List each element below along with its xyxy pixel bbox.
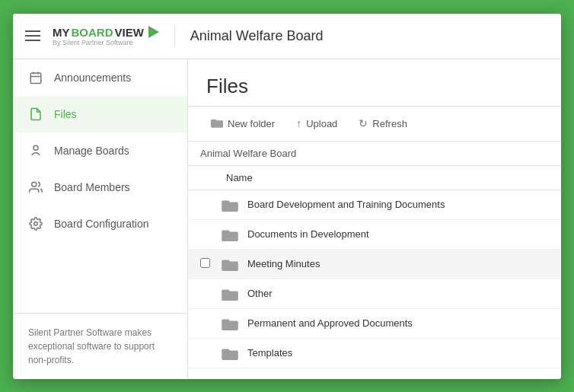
- table-row[interactable]: Other: [188, 279, 561, 309]
- logo-tagline: By Silent Partner Software: [53, 39, 133, 46]
- new-folder-label: New folder: [228, 118, 275, 129]
- file-name: Meeting Minutes: [247, 258, 320, 269]
- sidebar-label-manage-boards: Manage Boards: [54, 145, 129, 157]
- sidebar-item-board-members[interactable]: Board Members: [13, 169, 187, 206]
- files-table: Board Development and Training Documents…: [188, 190, 561, 379]
- row-checkbox[interactable]: [200, 258, 210, 268]
- upload-button[interactable]: ↑ Upload: [285, 113, 348, 134]
- people-icon: [28, 180, 43, 195]
- logo-block: MY BOARD VIEW By Silent Partner Software: [53, 26, 159, 46]
- footer-text: Silent Partner Software makes exceptiona…: [28, 327, 155, 365]
- svg-rect-0: [30, 73, 41, 84]
- files-col-header: Name: [188, 166, 561, 190]
- svg-point-6: [34, 221, 38, 225]
- menu-icon[interactable]: [25, 30, 40, 41]
- files-section-header: Animal Welfare Board: [188, 142, 561, 166]
- header: MY BOARD VIEW By Silent Partner Software…: [13, 14, 561, 59]
- main-layout: Announcements Files Manage Boards: [13, 59, 561, 379]
- col-header-name: Name: [226, 172, 253, 183]
- folder-icon: [222, 317, 238, 330]
- table-row[interactable]: Documents in Development: [188, 220, 561, 250]
- sidebar-item-board-configuration[interactable]: Board Configuration: [13, 206, 187, 242]
- refresh-icon: ↻: [359, 117, 368, 129]
- file-name: Permanent and Approved Documents: [247, 317, 413, 329]
- logo-view: VIEW: [115, 26, 144, 39]
- file-name: Board Development and Training Documents: [247, 199, 445, 210]
- sidebar-item-files[interactable]: Files: [13, 96, 187, 132]
- logo-area: MY BOARD VIEW By Silent Partner Software: [53, 26, 175, 46]
- app-window: MY BOARD VIEW By Silent Partner Software…: [13, 14, 561, 379]
- sidebar-nav: Announcements Files Manage Boards: [13, 59, 187, 313]
- upload-icon: ↑: [296, 117, 301, 129]
- folder-icon: [222, 198, 238, 212]
- folder-icon: [222, 257, 238, 271]
- gear-icon: [28, 216, 43, 231]
- board-icon: [28, 143, 43, 158]
- svg-point-4: [33, 145, 38, 150]
- folder-icon: [222, 346, 238, 360]
- sidebar-footer: Silent Partner Software makes exceptiona…: [13, 313, 187, 379]
- section-label: Animal Welfare Board: [200, 148, 296, 159]
- table-row[interactable]: Meeting Minutes: [188, 250, 561, 279]
- content-area: Files New folder ↑ Upload ↻ Refresh: [188, 59, 561, 379]
- row-checkbox-area[interactable]: [200, 258, 222, 270]
- logo-arrow-icon: [148, 26, 159, 38]
- file-name: Other: [247, 288, 273, 299]
- file-icon: [28, 107, 43, 122]
- logo-board: BOARD: [72, 26, 113, 39]
- sidebar-item-manage-boards[interactable]: Manage Boards: [13, 132, 187, 169]
- folder-icon: [211, 117, 223, 130]
- sidebar-item-announcements[interactable]: Announcements: [13, 59, 187, 96]
- table-row[interactable]: Templates: [188, 339, 561, 368]
- sidebar-label-announcements: Announcements: [54, 72, 131, 84]
- table-row[interactable]: Permanent and Approved Documents: [188, 309, 561, 339]
- calendar-icon: [28, 70, 43, 85]
- table-row[interactable]: Board Development and Training Documents: [188, 190, 561, 220]
- content-header: Files: [188, 59, 561, 106]
- sidebar: Announcements Files Manage Boards: [13, 59, 188, 379]
- page-title: Files: [206, 75, 543, 98]
- sidebar-label-board-members: Board Members: [54, 181, 130, 193]
- header-board-name: Animal Welfare Board: [190, 28, 324, 44]
- svg-point-5: [32, 182, 37, 186]
- folder-icon: [222, 287, 238, 301]
- sidebar-label-files: Files: [54, 108, 77, 120]
- file-name: Templates: [247, 347, 292, 359]
- sidebar-label-board-configuration: Board Configuration: [54, 218, 149, 230]
- refresh-button[interactable]: ↻ Refresh: [348, 113, 418, 134]
- new-folder-button[interactable]: New folder: [200, 113, 285, 135]
- refresh-label: Refresh: [372, 118, 407, 129]
- upload-label: Upload: [306, 118, 337, 129]
- folder-icon: [222, 228, 238, 241]
- file-name: Documents in Development: [247, 228, 369, 240]
- logo-my: MY: [53, 26, 70, 39]
- toolbar: New folder ↑ Upload ↻ Refresh: [188, 106, 561, 142]
